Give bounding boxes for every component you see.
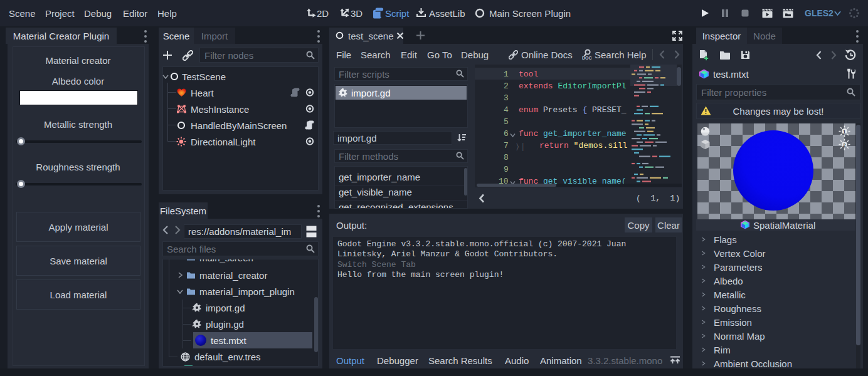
svg-text:DOC: DOC xyxy=(582,56,592,60)
svg-text:1: 1 xyxy=(843,129,846,135)
svg-text:2: 2 xyxy=(843,142,846,148)
